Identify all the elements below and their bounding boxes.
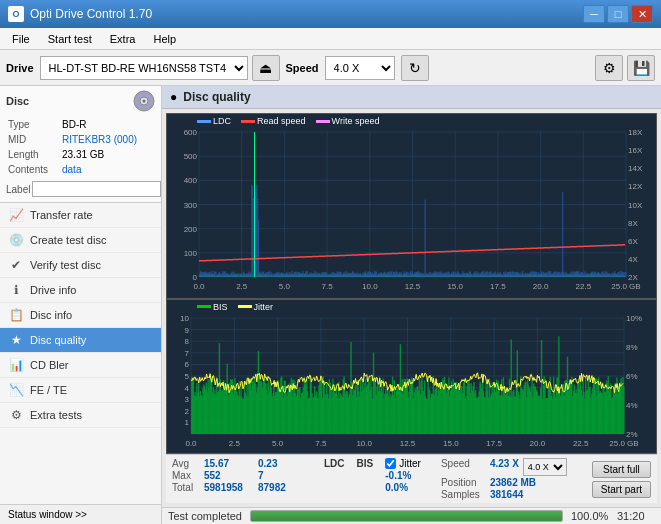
contents-label: Contents [8,163,60,176]
max-ldc: 552 [204,470,254,481]
speed-row: Speed 4.23 X 4.0 X [441,458,567,476]
nav-cd-bler[interactable]: 📊 CD Bler [0,353,161,378]
verify-test-icon: ✔ [8,258,24,272]
content-area: ● Disc quality LDC Read speed [162,86,661,524]
main-layout: Disc Type BD-R MID RITEKBR3 (000) Length [0,86,661,524]
nav-label-verify-test: Verify test disc [30,259,101,271]
disc-panel-title: Disc [6,95,29,107]
ldc-col-header: LDC [324,458,345,469]
cd-bler-icon: 📊 [8,358,24,372]
legend-jitter-label: Jitter [254,302,274,312]
progress-bar [250,510,563,522]
menubar: File Start test Extra Help [0,28,661,50]
eject-button[interactable]: ⏏ [252,55,280,81]
avg-label: Avg [172,458,200,469]
disc-info-icon: 📋 [8,308,24,322]
top-chart-canvas [167,114,656,295]
legend-read-speed: Read speed [241,116,306,126]
jitter-checkbox[interactable] [385,458,396,469]
minimize-button[interactable]: ─ [583,5,605,23]
menu-extra[interactable]: Extra [102,31,144,47]
svg-point-2 [143,100,146,103]
nav-label-disc-quality: Disc quality [30,334,86,346]
extra-tests-icon: ⚙ [8,408,24,422]
max-bis: 7 [258,470,308,481]
nav-label-cd-bler: CD Bler [30,359,69,371]
save-button[interactable]: 💾 [627,55,655,81]
speed-position-group: Speed 4.23 X 4.0 X Position 23862 MB Sam… [441,458,567,500]
disc-panel-header: Disc [6,90,155,112]
samples-label: Samples [441,489,486,500]
label-row: Label ✏ [6,180,155,198]
close-button[interactable]: ✕ [631,5,653,23]
samples-value: 381644 [490,489,523,500]
sidebar-nav: 📈 Transfer rate 💿 Create test disc ✔ Ver… [0,203,161,504]
mid-value: RITEKBR3 (000) [62,133,153,146]
legend-ldc-label: LDC [213,116,231,126]
nav-label-disc-info: Disc info [30,309,72,321]
nav-extra-tests[interactable]: ⚙ Extra tests [0,403,161,428]
nav-drive-info[interactable]: ℹ Drive info [0,278,161,303]
nav-create-test-disc[interactable]: 💿 Create test disc [0,228,161,253]
jitter-check-label: Jitter [399,458,421,469]
length-label: Length [8,148,60,161]
samples-row: Samples 381644 [441,489,567,500]
legend-write-speed: Write speed [316,116,380,126]
max-label: Max [172,470,200,481]
mid-label: MID [8,133,60,146]
start-part-button[interactable]: Start part [592,481,651,498]
length-value: 23.31 GB [62,148,153,161]
settings-button[interactable]: ⚙ [595,55,623,81]
nav-label-drive-info: Drive info [30,284,76,296]
position-label: Position [441,477,486,488]
menu-start-test[interactable]: Start test [40,31,100,47]
nav-label-create-test: Create test disc [30,234,106,246]
max-jitter-val: 0.0% [385,482,408,493]
nav-fe-te[interactable]: 📉 FE / TE [0,378,161,403]
menu-file[interactable]: File [4,31,38,47]
drive-info-icon: ℹ [8,283,24,297]
stats-bar: Avg 15.67 0.23 Max 552 7 Total 5981958 8… [166,454,657,503]
speed-stat-select[interactable]: 4.0 X [523,458,567,476]
top-chart-legend: LDC Read speed Write speed [197,116,379,126]
charts-container: LDC Read speed Write speed [162,109,661,507]
nav-disc-quality[interactable]: ★ Disc quality [0,328,161,353]
label-input[interactable] [32,181,161,197]
bottom-chart-legend: BIS Jitter [197,302,273,312]
drive-select[interactable]: HL-DT-ST BD-RE WH16NS58 TST4 [40,56,248,80]
max-jitter-row: 0.0% [385,482,421,493]
progress-bar-fill [251,511,562,521]
avg-jitter-val: -0.1% [385,470,411,481]
type-value: BD-R [62,118,153,131]
start-full-button[interactable]: Start full [592,461,651,478]
create-test-icon: 💿 [8,233,24,247]
refresh-button[interactable]: ↻ [401,55,429,81]
nav-verify-test-disc[interactable]: ✔ Verify test disc [0,253,161,278]
avg-bis: 0.23 [258,458,308,469]
progress-percent: 100.0% [571,510,609,522]
titlebar: O Opti Drive Control 1.70 ─ □ ✕ [0,0,661,28]
window-controls[interactable]: ─ □ ✕ [583,5,653,23]
speed-stat-label: Speed [441,458,486,476]
maximize-button[interactable]: □ [607,5,629,23]
app-icon: O [8,6,24,22]
nav-transfer-rate[interactable]: 📈 Transfer rate [0,203,161,228]
jitter-check-row: Jitter [385,458,421,469]
titlebar-left: O Opti Drive Control 1.70 [8,6,152,22]
fe-te-icon: 📉 [8,383,24,397]
menu-help[interactable]: Help [145,31,184,47]
transfer-rate-icon: 📈 [8,208,24,222]
avg-group: Avg 15.67 0.23 Max 552 7 Total 5981958 8… [172,458,308,500]
sidebar: Disc Type BD-R MID RITEKBR3 (000) Length [0,86,162,524]
drive-label: Drive [6,62,34,74]
nav-disc-info[interactable]: 📋 Disc info [0,303,161,328]
speed-select[interactable]: 4.0 X 2.0 X 8.0 X [325,56,395,80]
status-window-label: Status window >> [8,509,87,520]
status-window-button[interactable]: Status window >> [0,504,161,524]
label-text: Label [6,184,30,195]
contents-value: data [62,163,153,176]
legend-ldc: LDC [197,116,231,126]
bottom-status: Test completed 100.0% 31:20 [162,507,661,524]
jitter-group: Jitter -0.1% 0.0% [385,458,421,500]
legend-bis: BIS [197,302,228,312]
